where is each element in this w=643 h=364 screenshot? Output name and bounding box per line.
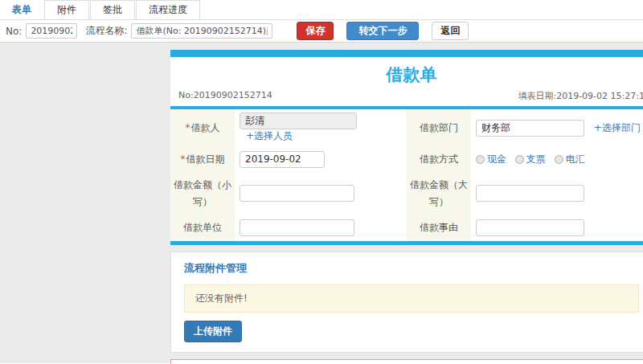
borrow-unit-input[interactable] — [240, 219, 354, 236]
approval-panel: 流程签批意见 B I abc — [170, 359, 643, 364]
loan-form-panel: 借款单 No:20190902152714 填表日期:2019-09-02 15… — [170, 50, 643, 245]
required-mark: * — [186, 122, 190, 133]
radio-circle-icon — [515, 155, 524, 164]
radio-circle-icon — [476, 155, 485, 164]
select-dept-link[interactable]: +选择部门 — [594, 122, 641, 133]
form-title: 借款单 — [170, 63, 643, 86]
amount-upper-label-cell: 借款金额（大写） — [407, 172, 471, 215]
content-area: 借款单 No:20190902152714 填表日期:2019-09-02 15… — [0, 43, 643, 363]
forward-next-step-button[interactable]: 转交下一步 — [346, 22, 419, 39]
borrow-date-input[interactable] — [240, 151, 325, 168]
unit-label-cell: 借款单位 — [170, 215, 235, 240]
back-button[interactable]: 返回 — [432, 22, 469, 39]
radio-circle-icon — [555, 155, 563, 164]
select-person-link[interactable]: +选择人员 — [246, 130, 293, 141]
amount-lower-label-cell: 借款金额（小写） — [170, 172, 235, 215]
required-mark: * — [181, 153, 186, 165]
upload-attachment-button[interactable]: 上传附件 — [184, 321, 242, 342]
top-accent-bar — [170, 50, 643, 57]
reason-label-cell: 借款事由 — [407, 215, 471, 240]
tab-bar: 表单 附件 签批 流程进度 — [0, 0, 643, 20]
no-label: No: — [6, 26, 22, 37]
tab-progress[interactable]: 流程进度 — [136, 0, 200, 19]
action-toolbar: No: 流程名称: 保存 转交下一步 返回 — [0, 20, 643, 43]
dept-label-cell: 借款部门 — [407, 109, 471, 146]
no-attachments-alert: 还没有附件! — [184, 284, 639, 313]
radio-cheque[interactable]: 支票 — [515, 153, 546, 166]
amount-upper-input[interactable] — [476, 185, 584, 202]
flow-name-label: 流程名称: — [85, 24, 127, 38]
table-row: 借款单位 借款事由 — [170, 215, 643, 240]
method-label-cell: 借款方式 — [407, 146, 471, 172]
attachments-panel: 流程附件管理 还没有附件! 上传附件 — [170, 252, 643, 353]
amount-lower-input[interactable] — [240, 185, 354, 202]
form-date-text: 填表日期:2019-09-02 15:27:1 — [518, 90, 643, 102]
tab-sign[interactable]: 签批 — [90, 0, 135, 19]
dept-input[interactable] — [476, 120, 584, 137]
table-row: *借款人 +选择人员 借款部门 +选择部门 — [170, 109, 643, 146]
table-row: 借款金额（小写） 借款金额（大写） — [170, 172, 643, 215]
save-button[interactable]: 保存 — [297, 22, 334, 39]
radio-cash[interactable]: 现金 — [476, 153, 506, 166]
table-row: *借款日期 借款方式 现金 支票 电汇 — [170, 146, 643, 172]
flow-name-input[interactable] — [131, 23, 272, 39]
no-input[interactable] — [26, 23, 77, 39]
borrower-input — [240, 112, 357, 129]
form-no-text: No:20190902152714 — [178, 90, 272, 102]
borrower-label-cell: *借款人 — [170, 109, 235, 146]
tab-attachments[interactable]: 附件 — [44, 0, 89, 19]
date-label-cell: *借款日期 — [170, 146, 235, 172]
radio-wire[interactable]: 电汇 — [555, 153, 585, 166]
tab-form[interactable]: 表单 — [0, 0, 43, 19]
attachments-title: 流程附件管理 — [184, 261, 639, 276]
loan-form-table: *借款人 +选择人员 借款部门 +选择部门 *借款日期 — [170, 109, 643, 241]
bottom-accent-bar — [170, 241, 643, 245]
form-meta-row: No:20190902152714 填表日期:2019-09-02 15:27:… — [170, 90, 643, 106]
borrow-reason-input[interactable] — [476, 219, 584, 236]
method-radio-group: 现金 支票 电汇 — [471, 146, 643, 172]
